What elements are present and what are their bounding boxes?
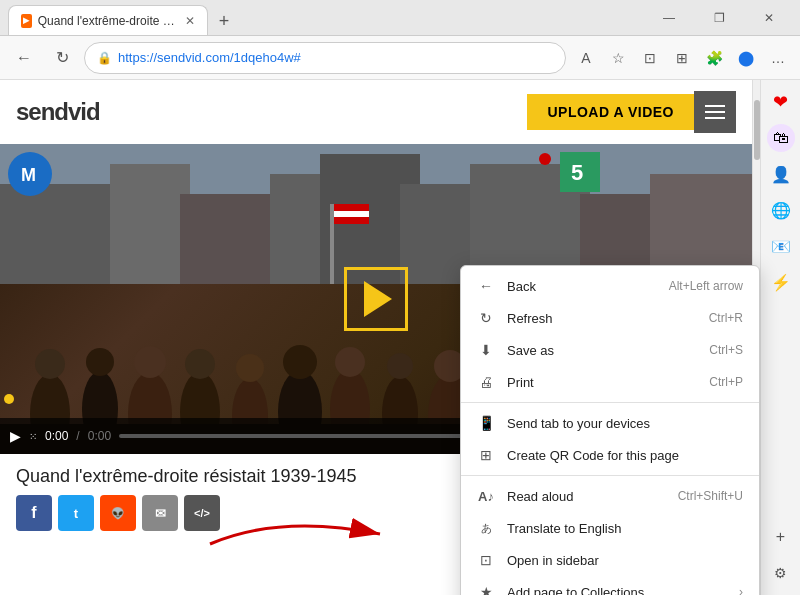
email-share-btn[interactable]: ✉ (142, 495, 178, 531)
upload-video-btn[interactable]: UPLOAD A VIDEO (527, 94, 694, 130)
sidebar-icon-3[interactable]: 👤 (767, 160, 795, 188)
ctx-save-as[interactable]: ⬇ Save as Ctrl+S (461, 334, 759, 366)
address-bar[interactable]: 🔒 https://sendvid.com/1dqeho4w# (84, 42, 566, 74)
svg-point-21 (35, 349, 65, 379)
send-tab-icon: 📱 (477, 414, 495, 432)
video-time-separator: / (76, 429, 79, 443)
ctx-print-shortcut: Ctrl+P (709, 375, 743, 389)
extensions-icon[interactable]: 🧩 (700, 44, 728, 72)
sidebar-icon-2[interactable]: 🛍 (767, 124, 795, 152)
read-aloud-icon: A♪ (477, 487, 495, 505)
ctx-qr-code[interactable]: ⊞ Create QR Code for this page (461, 439, 759, 471)
ctx-refresh[interactable]: ↻ Refresh Ctrl+R (461, 302, 759, 334)
read-aloud-icon[interactable]: A (572, 44, 600, 72)
scrollbar-thumb[interactable] (754, 100, 760, 160)
ctx-print[interactable]: 🖨 Print Ctrl+P (461, 366, 759, 398)
ctx-translate[interactable]: あ Translate to English (461, 512, 759, 544)
svg-rect-2 (110, 164, 190, 284)
translate-icon: あ (477, 519, 495, 537)
ctx-divider-2 (461, 475, 759, 476)
ham-line-1 (705, 105, 725, 107)
svg-point-29 (236, 354, 264, 382)
sidebar-expand-btn[interactable]: + (767, 523, 795, 551)
close-btn[interactable]: ✕ (746, 0, 792, 36)
site-header: sendvid UPLOAD A VIDEO (0, 80, 752, 144)
maximize-btn[interactable]: ❐ (696, 0, 742, 36)
ctx-read-aloud[interactable]: A♪ Read aloud Ctrl+Shift+U (461, 480, 759, 512)
svg-text:M: M (21, 165, 36, 185)
window-controls: — ❐ ✕ (646, 0, 792, 36)
svg-point-27 (185, 349, 215, 379)
video-current-time: 0:00 (45, 429, 68, 443)
ctx-qr-code-label: Create QR Code for this page (507, 448, 743, 463)
video-duration: 0:00 (88, 429, 111, 443)
sidebar-icon-4[interactable]: 🌐 (767, 196, 795, 224)
split-view-icon[interactable]: ⊡ (636, 44, 664, 72)
more-menu-btn[interactable]: … (764, 44, 792, 72)
share-tab-icon[interactable]: ⊞ (668, 44, 696, 72)
ctx-back[interactable]: ← Back Alt+Left arrow (461, 270, 759, 302)
red-arrow (200, 504, 400, 557)
play-triangle-icon (364, 281, 392, 317)
back-btn[interactable]: ← (8, 42, 40, 74)
title-bar: ▶ Quand l'extrême-droite résistait ... ✕… (0, 0, 800, 36)
video-extra-btn[interactable]: ⁙ (29, 431, 37, 442)
facebook-share-btn[interactable]: f (16, 495, 52, 531)
toolbar-icons: A ☆ ⊡ ⊞ 🧩 ⬤ … (572, 44, 792, 72)
svg-point-35 (387, 353, 413, 379)
sidebar-icon-5[interactable]: 📧 (767, 232, 795, 260)
page-content: sendvid UPLOAD A VIDEO (0, 80, 800, 595)
save-as-icon: ⬇ (477, 341, 495, 359)
tab-title: Quand l'extrême-droite résistait ... (38, 14, 175, 28)
back-icon: ← (477, 277, 495, 295)
ctx-send-tab-label: Send tab to your devices (507, 416, 743, 431)
browser-sidebar: ❤ 🛍 👤 🌐 📧 ⚡ + ⚙ (760, 80, 800, 595)
ctx-refresh-label: Refresh (507, 311, 697, 326)
sidebar-icon-1[interactable]: ❤ (767, 88, 795, 116)
ctx-refresh-shortcut: Ctrl+R (709, 311, 743, 325)
ctx-add-collections[interactable]: ★ Add page to Collections › (461, 576, 759, 595)
site-logo: sendvid (16, 98, 100, 126)
sidebar-icon-6[interactable]: ⚡ (767, 268, 795, 296)
refresh-btn[interactable]: ↻ (46, 42, 78, 74)
profile-icon[interactable]: ⬤ (732, 44, 760, 72)
print-icon: 🖨 (477, 373, 495, 391)
twitter-share-btn[interactable]: t (58, 495, 94, 531)
ctx-send-tab[interactable]: 📱 Send tab to your devices (461, 407, 759, 439)
svg-point-14 (539, 153, 551, 165)
yellow-progress-dot (4, 394, 14, 404)
svg-point-33 (335, 347, 365, 377)
ctx-print-label: Print (507, 375, 697, 390)
minimize-btn[interactable]: — (646, 0, 692, 36)
svg-rect-19 (334, 217, 369, 224)
tab-close-btn[interactable]: ✕ (185, 14, 195, 28)
tab-group: ▶ Quand l'extrême-droite résistait ... ✕… (8, 0, 238, 35)
ctx-read-aloud-shortcut: Ctrl+Shift+U (678, 489, 743, 503)
svg-rect-15 (330, 204, 334, 284)
active-tab[interactable]: ▶ Quand l'extrême-droite résistait ... ✕ (8, 5, 208, 35)
url-text: https://sendvid.com/1dqeho4w# (118, 50, 301, 65)
play-button-overlay[interactable] (344, 267, 408, 331)
ctx-back-shortcut: Alt+Left arrow (669, 279, 743, 293)
reddit-share-btn[interactable]: 👽 (100, 495, 136, 531)
collections-arrow-icon: › (739, 585, 743, 595)
svg-point-31 (283, 345, 317, 379)
favorites-icon[interactable]: ☆ (604, 44, 632, 72)
svg-rect-17 (334, 204, 369, 211)
ham-line-3 (705, 117, 725, 119)
hamburger-menu-btn[interactable] (694, 91, 736, 133)
new-tab-btn[interactable]: + (210, 7, 238, 35)
qr-code-icon: ⊞ (477, 446, 495, 464)
ctx-back-label: Back (507, 279, 657, 294)
browser-toolbar: ← ↻ 🔒 https://sendvid.com/1dqeho4w# A ☆ … (0, 36, 800, 80)
ctx-save-as-shortcut: Ctrl+S (709, 343, 743, 357)
sidebar-settings-btn[interactable]: ⚙ (767, 559, 795, 587)
ctx-divider-1 (461, 402, 759, 403)
ham-line-2 (705, 111, 725, 113)
tab-favicon: ▶ (21, 14, 32, 28)
ctx-translate-label: Translate to English (507, 521, 743, 536)
svg-point-25 (134, 346, 166, 378)
video-play-btn[interactable]: ▶ (10, 428, 21, 444)
svg-point-23 (86, 348, 114, 376)
ctx-open-sidebar[interactable]: ⊡ Open in sidebar (461, 544, 759, 576)
